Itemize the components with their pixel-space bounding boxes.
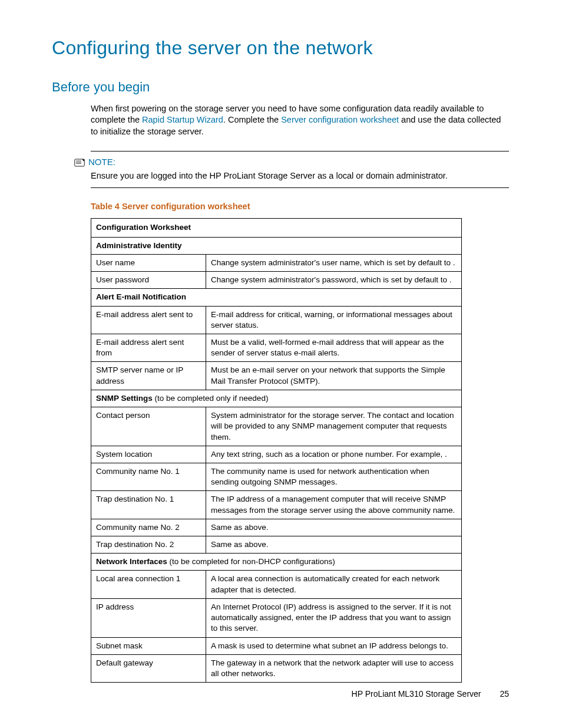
section-paren: (to be completed only if needed) <box>153 394 269 403</box>
intro-paragraph: When first powering on the storage serve… <box>91 103 509 138</box>
cell-desc: A mask is used to determine what subnet … <box>206 637 462 654</box>
table-section: Alert E-mail Notification <box>91 289 462 306</box>
cell-desc: The IP address of a management computer … <box>206 491 462 519</box>
cell-label: User name <box>91 254 206 271</box>
note-icon <box>74 158 85 166</box>
cell-desc: The gateway in a network that the networ… <box>206 654 462 682</box>
table-row: System locationAny text string, such as … <box>91 446 462 463</box>
cell-label: E-mail address alert sent to <box>91 306 206 334</box>
cell-label: Default gateway <box>91 654 206 682</box>
cell-desc: E-mail address for critical, warning, or… <box>206 306 462 334</box>
table-section: Administrative Identity <box>91 237 462 254</box>
divider <box>91 151 509 151</box>
cell-desc: A local area connection is automatically… <box>206 571 462 598</box>
section-paren: (to be completed for non-DHCP configurat… <box>167 557 335 566</box>
table-caption: Table 4 Server configuration worksheet <box>91 201 509 213</box>
table-section: Network Interfaces (to be completed for … <box>91 554 462 571</box>
cell-label: Trap destination No. 2 <box>91 536 206 554</box>
cell-desc: An Internet Protocol (IP) address is ass… <box>206 598 462 637</box>
cell-desc: Change system administrator's password, … <box>206 272 462 289</box>
section-title: Network Interfaces <box>96 557 167 566</box>
cell-desc: Same as above. <box>206 519 462 536</box>
table-row: E-mail address alert sent toE-mail addre… <box>91 306 462 334</box>
cell-label: Trap destination No. 1 <box>91 491 206 519</box>
cell-label: Community name No. 1 <box>91 463 206 490</box>
table-row: User nameChange system administrator's u… <box>91 254 462 271</box>
note-block: NOTE: Ensure you are logged into the HP … <box>91 151 509 188</box>
page-number: 25 <box>500 689 509 699</box>
divider <box>91 187 509 188</box>
intro-text: . Complete the <box>223 115 281 124</box>
section-heading: Before you begin <box>52 78 509 96</box>
cell-desc: Same as above. <box>206 536 462 554</box>
cell-label: SMTP server name or IP address <box>91 362 206 390</box>
table-row: Default gatewayThe gateway in a network … <box>91 654 462 682</box>
note-label: NOTE: <box>88 156 115 168</box>
footer-product: HP ProLiant ML310 Storage Server <box>352 689 481 699</box>
cell-desc: Must be an e-mail server on your network… <box>206 362 462 390</box>
rapid-startup-wizard-link[interactable]: Rapid Startup Wizard <box>142 115 223 124</box>
server-config-worksheet-link[interactable]: Server configuration worksheet <box>281 115 399 124</box>
table-row: SMTP server name or IP addressMust be an… <box>91 362 462 390</box>
table-row: Community name No. 2Same as above. <box>91 519 462 536</box>
cell-label: Community name No. 2 <box>91 519 206 536</box>
cell-label: System location <box>91 446 206 463</box>
page-footer: HP ProLiant ML310 Storage Server 25 <box>352 689 509 700</box>
table-row: Local area connection 1A local area conn… <box>91 571 462 598</box>
cell-label: IP address <box>91 598 206 637</box>
table-row: E-mail address alert sent fromMust be a … <box>91 334 462 361</box>
cell-label: Subnet mask <box>91 637 206 654</box>
table-row: Trap destination No. 1The IP address of … <box>91 491 462 519</box>
table-row: Community name No. 1The community name i… <box>91 463 462 490</box>
cell-desc: Any text string, such as a location or p… <box>206 446 462 463</box>
cell-desc: System administrator for the storage ser… <box>206 407 462 446</box>
table-row: Subnet maskA mask is used to determine w… <box>91 637 462 654</box>
cell-desc: The community name is used for network a… <box>206 463 462 490</box>
page-heading: Configuring the server on the network <box>52 35 509 61</box>
table-row: User passwordChange system administrator… <box>91 272 462 289</box>
cell-desc: Must be a valid, well-formed e-mail addr… <box>206 334 462 361</box>
cell-desc: Change system administrator's user name,… <box>206 254 462 271</box>
table-section: SNMP Settings (to be completed only if n… <box>91 390 462 407</box>
cell-label: E-mail address alert sent from <box>91 334 206 361</box>
config-worksheet-table: Configuration Worksheet Administrative I… <box>91 218 462 683</box>
cell-label: Contact person <box>91 407 206 446</box>
cell-label: User password <box>91 272 206 289</box>
note-text: Ensure you are logged into the HP ProLia… <box>91 170 509 182</box>
table-row: Trap destination No. 2Same as above. <box>91 536 462 554</box>
table-row: Contact personSystem administrator for t… <box>91 407 462 446</box>
section-title: SNMP Settings <box>96 394 153 403</box>
table-header: Configuration Worksheet <box>91 219 462 237</box>
table-row: IP addressAn Internet Protocol (IP) addr… <box>91 598 462 637</box>
cell-label: Local area connection 1 <box>91 571 206 598</box>
